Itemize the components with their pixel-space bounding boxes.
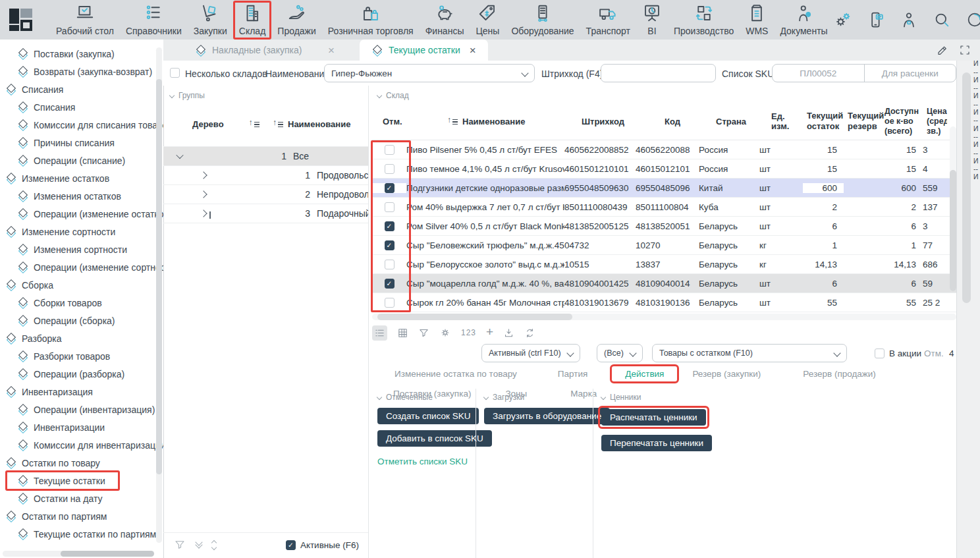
sort-order-icon[interactable] [212,541,216,549]
sidebar-item[interactable]: Возвраты (закупка-возврат) [0,63,163,80]
stock-table-horizontal-scrollbar[interactable] [372,314,956,320]
sidebar-item[interactable]: Причины списания [0,134,163,152]
fullscreen-icon[interactable] [959,44,971,58]
sidebar-item[interactable]: Списания [0,80,163,98]
sort-icon[interactable] [249,120,260,128]
column-header-name[interactable]: Наименование [462,117,525,126]
sidebar-item[interactable]: Изменения остатков [0,187,163,205]
table-row[interactable]: Сыр "Беловежский трюфель" м.д.ж.45% 0473… [372,236,956,255]
nav-warehouse[interactable]: Склад [233,1,272,40]
nav-production[interactable]: Производство [668,1,740,40]
tree-expander-icon[interactable] [163,211,220,216]
scope-filter-select[interactable]: (Все) [597,344,643,362]
grid-view-icon[interactable] [397,327,408,339]
sidebar-item[interactable]: Сборки товаров [0,294,163,312]
search-icon[interactable] [933,11,951,29]
groups-panel-header[interactable]: Группы [163,86,368,100]
nav-prices[interactable]: Цены [470,1,505,40]
sidebar-item[interactable]: Изменение сортности [0,223,163,240]
nav-bi[interactable]: BI [636,1,668,40]
filter-funnel-icon[interactable] [174,539,186,551]
sidebar-item[interactable]: Разборки товаров [0,347,163,365]
sidebar-vertical-scrollbar[interactable] [156,47,162,543]
sidebar-item[interactable]: Изменения сортности [0,240,163,258]
column-header-available[interactable]: Доступное к-во(всего) [881,107,923,136]
history-clock-icon[interactable] [966,11,980,29]
row-mark-checkbox[interactable] [385,298,395,308]
sidebar-item[interactable]: Сборка [0,276,163,294]
nav-transport[interactable]: Транспорт [580,1,636,40]
group-row[interactable]: 2 Непродовольственные то [163,185,368,204]
sidebar-item[interactable]: Текущие остатки по партиям [0,525,163,543]
warehouse-select[interactable]: Гипер-Фьюжен [324,64,535,82]
group-row[interactable]: 3 Подарочный сертификать [163,204,368,223]
row-mark-checkbox[interactable] [385,202,395,212]
table-row[interactable]: Пиво темное 4,1% 0,45 л ст/бут Krusovi 4… [372,159,956,179]
nav-wms[interactable]: WMS [740,1,774,40]
row-mark-checkbox[interactable] [385,279,395,289]
tab-invoices-purchase[interactable]: Накладные (закупка) × [183,40,346,61]
promo-checkbox[interactable] [875,349,885,358]
table-row[interactable]: Сыр "моцарелла голд" м.д.ж. 40 %, вак 48… [372,274,956,293]
nav-purchases[interactable]: Закупки [188,1,233,40]
stock-presence-filter-select[interactable]: Товары с остатком (F10) [652,344,847,362]
settings-gears-icon[interactable] [834,11,852,29]
group-row[interactable]: 1 Продовольственные това [163,166,368,185]
refresh-icon[interactable] [524,327,535,339]
nav-retail[interactable]: Розничная торговля [322,1,420,40]
row-mark-checkbox[interactable] [385,164,395,174]
sku-segment-for-pricing[interactable]: Для расценки [864,65,956,82]
row-mark-checkbox[interactable] [385,183,395,193]
column-header-price[interactable]: Цена(средзв.) [923,107,947,136]
active-only-checkbox[interactable] [286,540,296,550]
tree-expander-icon[interactable] [163,173,220,178]
download-icon[interactable] [503,327,514,339]
reprint-price-tags-button[interactable]: Перепечатать ценники [601,435,712,451]
collapse-all-icon[interactable] [196,542,202,547]
sidebar-item[interactable]: Комиссии для инвентаризации [0,436,163,454]
right-panel-scrollbar[interactable] [962,72,971,303]
collapsed-right-panel[interactable]: -- И -- И -- И -- И -- И -- И [956,61,980,558]
detail-tab[interactable]: Резерв (закупки) [691,366,762,381]
column-header-unit[interactable]: Ед. изм. [759,111,803,131]
sidebar-item[interactable]: Остатки на дату [0,489,163,507]
sidebar-item[interactable]: Поставки (закупка) [0,45,163,63]
multi-warehouse-checkbox[interactable] [170,68,180,78]
sidebar-item[interactable]: Изменение остатков [0,169,163,187]
sidebar-item[interactable]: Операции (сборка) [0,312,163,329]
row-mark-checkbox[interactable] [385,260,395,269]
row-mark-checkbox[interactable] [385,240,395,250]
mark-sku-lists-link[interactable]: Отметить списки SKU [377,457,468,466]
tab-current-stock[interactable]: Текущие остатки × [360,40,488,61]
tree-expander-icon[interactable] [163,192,220,197]
sidebar-item[interactable]: Инвентаризации [0,418,163,436]
sidebar-item[interactable]: Текущие остатки [0,472,163,489]
stock-table-vertical-scrollbar[interactable] [950,126,956,291]
detail-tab[interactable]: Действия [610,364,679,383]
add-icon[interactable]: + [486,325,493,338]
table-row[interactable]: Сырок гл 20% банан 45г Молочная стр 4810… [372,293,956,312]
sku-segment-pl00052[interactable]: ПЛ00052 [773,65,864,82]
tree-expander-icon[interactable] [163,153,196,159]
edit-pencil-icon[interactable] [937,44,948,58]
column-header-mark[interactable]: Отм. [372,117,406,126]
upload-to-equipment-button[interactable]: Загрузить в оборудование [484,408,610,424]
sidebar-item[interactable]: Разборка [0,329,163,347]
detail-tab[interactable]: Изменение остатка по товару [393,366,518,381]
sidebar-item[interactable]: Операции (инвентаризация) [0,401,163,418]
close-icon[interactable]: × [470,45,476,56]
table-row[interactable]: Подгузники детские одноразовые разм 6955… [372,179,956,198]
column-header-code[interactable]: Код [636,117,699,126]
row-mark-checkbox[interactable] [385,145,395,155]
barcode-input[interactable] [601,64,716,82]
support-chat-icon[interactable] [867,11,885,29]
nav-documents[interactable]: Документы [774,1,833,40]
print-price-tags-button[interactable]: Распечатать ценники [601,409,706,426]
filter-funnel-icon[interactable] [418,327,429,339]
table-row[interactable]: Сыр "Белорусское золото" выд.с м.д.ж. 10… [372,255,956,274]
numbering-toggle[interactable]: 123 [461,328,476,337]
nav-finance[interactable]: Финансы [420,1,470,40]
sort-icon[interactable] [447,117,458,126]
nav-desktop[interactable]: Рабочий стол [50,1,120,40]
warehouse-panel-header[interactable]: Склад [372,86,956,100]
